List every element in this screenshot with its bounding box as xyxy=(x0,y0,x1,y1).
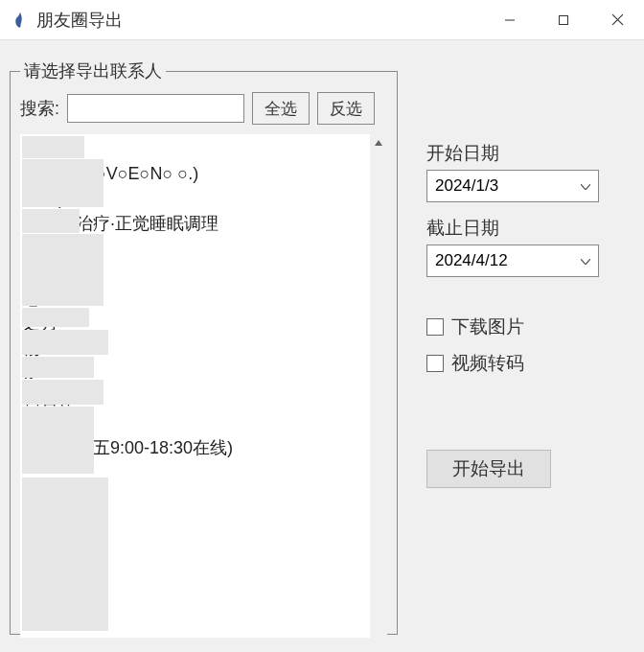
window-title: 朋友圈导出 xyxy=(36,9,483,32)
search-input[interactable] xyxy=(67,94,244,123)
content-area: 请选择导出联系人 搜索: 全选 反选 富 o(H○E○A○V○E○N○ ○.) … xyxy=(0,40,644,652)
end-date-value: 2024/4/12 xyxy=(435,251,508,270)
export-button[interactable]: 开始导出 xyxy=(426,450,551,488)
listbox-container: 富 o(H○E○A○V○E○N○ ○.) 安安) 眠心理治疗·正觉睡眠调理 洪老… xyxy=(20,134,387,638)
svg-rect-1 xyxy=(560,15,568,24)
chevron-down-icon xyxy=(581,180,590,192)
transcode-video-label: 视频转码 xyxy=(451,351,524,376)
app-window: 朋友圈导出 请选择导出联系人 搜索: 全选 反选 xyxy=(0,0,644,652)
contacts-panel: 请选择导出联系人 搜索: 全选 反选 富 o(H○E○A○V○E○N○ ○.) … xyxy=(10,59,398,642)
close-button[interactable] xyxy=(590,0,644,39)
select-all-button[interactable]: 全选 xyxy=(252,92,310,125)
options-panel: 开始日期 2024/1/3 截止日期 2024/4/12 下载图片 xyxy=(426,59,634,642)
scroll-up-icon[interactable] xyxy=(370,134,387,151)
contacts-groupbox: 请选择导出联系人 搜索: 全选 反选 富 o(H○E○A○V○E○N○ ○.) … xyxy=(10,59,398,635)
transcode-video-row[interactable]: 视频转码 xyxy=(426,351,634,376)
start-date-label: 开始日期 xyxy=(426,141,634,166)
download-images-row[interactable]: 下载图片 xyxy=(426,314,634,339)
app-icon xyxy=(12,12,29,29)
window-controls xyxy=(483,0,644,39)
search-label: 搜索: xyxy=(20,97,59,120)
start-date-value: 2024/1/3 xyxy=(435,176,498,196)
invert-selection-button[interactable]: 反选 xyxy=(317,92,375,125)
scrollbar[interactable] xyxy=(370,134,387,638)
search-row: 搜索: 全选 反选 xyxy=(20,92,387,125)
groupbox-legend: 请选择导出联系人 xyxy=(20,59,166,82)
download-images-label: 下载图片 xyxy=(451,314,524,339)
start-date-picker[interactable]: 2024/1/3 xyxy=(426,170,599,202)
minimize-button[interactable] xyxy=(483,0,537,39)
end-date-picker[interactable]: 2024/4/12 xyxy=(426,244,599,277)
maximize-button[interactable] xyxy=(537,0,590,39)
download-images-checkbox[interactable] xyxy=(426,318,444,336)
transcode-video-checkbox[interactable] xyxy=(426,355,444,372)
end-date-label: 截止日期 xyxy=(426,216,634,241)
chevron-down-icon xyxy=(581,255,590,267)
titlebar: 朋友圈导出 xyxy=(0,0,644,40)
